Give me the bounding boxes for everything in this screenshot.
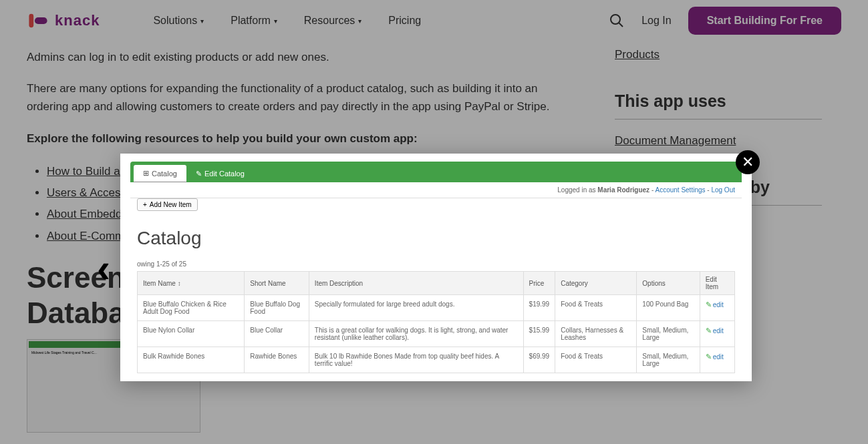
th-options[interactable]: Options	[637, 272, 700, 295]
account-settings-link[interactable]: Account Settings	[655, 186, 705, 194]
table-row: Blue Nylon Collar Blue Collar This is a …	[138, 321, 735, 347]
tab-edit-catalog[interactable]: ✎ Edit Catalog	[186, 165, 254, 182]
login-status-bar: Logged in as Maria Rodriguez - Account S…	[130, 182, 742, 198]
table-row: Bulk Rawhide Bones Rawhide Bones Bulk 10…	[138, 347, 735, 373]
close-icon: ✕	[742, 154, 754, 171]
th-short-name[interactable]: Short Name	[245, 272, 309, 295]
edit-cell[interactable]: ✎edit	[700, 347, 734, 373]
pencil-icon: ✎	[706, 326, 712, 335]
catalog-screenshot: ⊞ Catalog ✎ Edit Catalog Logged in as Ma…	[120, 154, 752, 381]
th-edit[interactable]: Edit Item	[700, 272, 734, 295]
tab-bar: ⊞ Catalog ✎ Edit Catalog	[130, 162, 742, 182]
table-row: Blue Buffalo Chicken & Rice Adult Dog Fo…	[138, 295, 735, 321]
pencil-icon: ✎	[706, 300, 712, 308]
th-desc[interactable]: Item Description	[309, 272, 523, 295]
close-button[interactable]: ✕	[736, 150, 760, 174]
th-category[interactable]: Category	[555, 272, 637, 295]
catalog-table: Item Name ↕ Short Name Item Description …	[137, 271, 735, 373]
edit-cell[interactable]: ✎edit	[700, 321, 734, 347]
th-item-name[interactable]: Item Name ↕	[138, 272, 245, 295]
pencil-icon: ✎	[196, 170, 202, 178]
logout-link[interactable]: Log Out	[711, 186, 735, 194]
plus-icon: +	[143, 201, 147, 208]
prev-arrow[interactable]: ‹	[97, 244, 110, 290]
database-icon: ⊞	[143, 169, 149, 178]
pencil-icon: ✎	[706, 353, 712, 361]
th-price[interactable]: Price	[523, 272, 555, 295]
chevron-left-icon: ‹	[97, 245, 110, 290]
pagination-text: owing 1-25 of 25	[130, 257, 742, 271]
edit-cell[interactable]: ✎edit	[700, 295, 734, 321]
catalog-title: Catalog	[130, 218, 742, 257]
tab-catalog[interactable]: ⊞ Catalog	[134, 165, 186, 182]
lightbox-modal: ✕ ‹ ⊞ Catalog ✎ Edit Catalog Logged in a…	[120, 154, 752, 381]
add-new-item-button[interactable]: + Add New Item	[137, 198, 198, 211]
